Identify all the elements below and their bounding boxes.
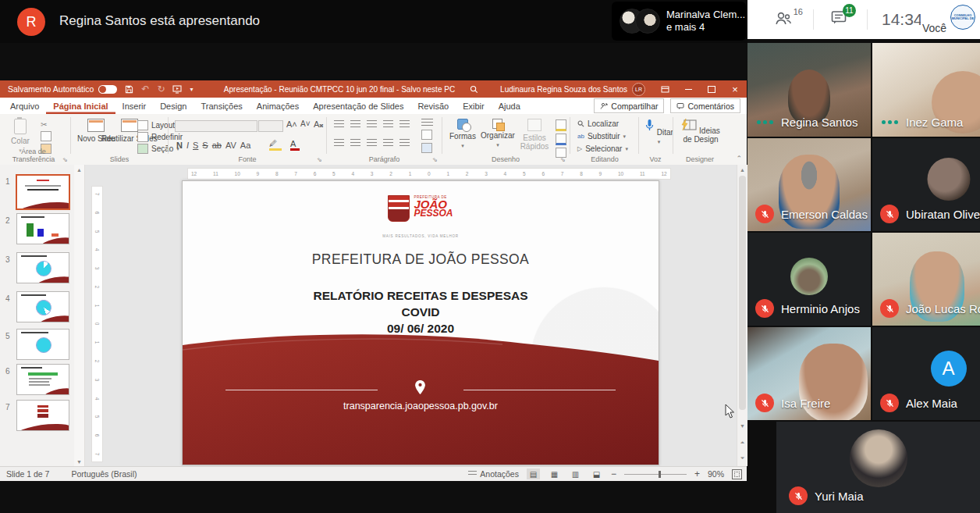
font-dialog-launcher[interactable]: ⇘ <box>317 156 322 163</box>
ribbon-tab[interactable]: Design <box>153 98 194 114</box>
chat-button[interactable]: 11 <box>831 10 848 29</box>
window-close-button[interactable]: × <box>723 80 747 98</box>
language-indicator[interactable]: Português (Brasil) <box>71 469 137 479</box>
participant-tile[interactable]: Yuri Maia <box>776 422 980 513</box>
ribbon-tab[interactable]: Exibir <box>456 98 492 114</box>
participant-tile[interactable]: Inez Gama <box>872 43 980 137</box>
redo-button[interactable]: ↻ <box>157 84 165 94</box>
font-style-button[interactable]: ab <box>212 141 222 150</box>
slide-thumbnail-5[interactable] <box>16 329 69 360</box>
drawing-dialog-launcher[interactable]: ⇘ <box>560 156 566 163</box>
arrange-button[interactable]: Organizar▾ <box>481 119 515 149</box>
dictate-button[interactable]: Ditar▾ <box>644 119 673 146</box>
increase-indent-icon[interactable] <box>383 120 393 128</box>
font-name-select[interactable] <box>175 120 257 132</box>
slideshow-view-button[interactable]: ⬓ <box>590 468 603 479</box>
save-button[interactable] <box>125 85 133 94</box>
ribbon-tab[interactable]: Inserir <box>115 98 154 114</box>
window-restore-button[interactable] <box>700 80 723 98</box>
previous-slide-button[interactable]: ⏶ <box>737 438 747 447</box>
account-name[interactable]: Ludinaura Regina Souza dos Santos <box>500 85 627 94</box>
ribbon-tab[interactable]: Ajuda <box>492 98 527 114</box>
font-size-select[interactable] <box>258 120 283 132</box>
participants-button[interactable]: 16 <box>774 9 793 30</box>
align-center-icon[interactable] <box>350 139 360 147</box>
notes-button[interactable]: Anotações <box>468 469 519 479</box>
self-view-tile[interactable]: CONSELHO MUNICIPAL DE Você <box>921 0 980 39</box>
slide-thumbnail-6[interactable] <box>16 364 69 395</box>
font-style-button[interactable]: I <box>186 141 189 150</box>
copy-icon[interactable] <box>41 131 51 141</box>
slide-thumbnail-2[interactable] <box>16 213 69 244</box>
font-style-button[interactable]: S <box>202 141 208 150</box>
font-style-button[interactable]: AV <box>225 141 236 150</box>
justify-icon[interactable] <box>383 139 393 147</box>
collapse-ribbon-button[interactable]: ⌃ <box>736 155 742 162</box>
font-color-button[interactable]: A <box>290 139 300 151</box>
ribbon-tab[interactable]: Apresentação de Slides <box>306 98 410 114</box>
ribbon-tab[interactable]: Animações <box>250 98 306 114</box>
ribbon-tab[interactable]: Página Inicial <box>46 98 115 114</box>
participant-tile[interactable]: Ubiratan Oliveira <box>872 138 980 231</box>
zoom-slider[interactable] <box>624 474 687 475</box>
zoom-slider-thumb[interactable] <box>659 471 661 478</box>
clipboard-dialog-launcher[interactable]: ⇘ <box>62 156 68 163</box>
bullets-icon[interactable] <box>334 120 344 128</box>
align-text-icon[interactable] <box>421 130 432 140</box>
comments-button[interactable]: Comentários <box>670 98 740 113</box>
start-slideshow-button[interactable] <box>172 85 182 94</box>
normal-view-button[interactable]: ▤ <box>527 468 540 479</box>
editor-scrollbar[interactable]: ▲ ▼ ⏶ ⏷ <box>737 165 747 466</box>
ribbon-display-button[interactable] <box>653 80 676 98</box>
decrease-indent-icon[interactable] <box>367 120 377 128</box>
replace-button[interactable]: ab Substituir▾ <box>577 131 628 141</box>
find-button[interactable]: Localizar <box>577 119 628 129</box>
ribbon-tab[interactable]: Transições <box>194 98 249 114</box>
quick-styles-button[interactable]: Estilos Rápidos <box>517 119 552 151</box>
shape-fill-icon[interactable] <box>556 119 566 131</box>
zoom-level[interactable]: 90% <box>708 469 724 479</box>
shape-outline-icon[interactable] <box>556 134 566 145</box>
shapes-button[interactable]: Formas▾ <box>449 119 476 150</box>
next-slide-button[interactable]: ⏷ <box>737 454 747 463</box>
autosave-toggle[interactable] <box>98 85 117 94</box>
numbering-icon[interactable] <box>350 120 360 128</box>
grow-font-button[interactable]: A˄ <box>286 119 297 129</box>
participant-tile[interactable]: Isa Freire <box>747 327 871 420</box>
zoom-in-button[interactable]: + <box>694 468 700 479</box>
qat-customize-button[interactable]: ▾ <box>190 86 193 93</box>
more-participants-pill[interactable]: Marinalva Clem... e mais 4 <box>612 2 746 41</box>
fit-slide-button[interactable] <box>732 469 742 479</box>
highlight-color-button[interactable]: 🖉 <box>269 139 282 151</box>
participant-tile[interactable]: Herminio Anjos <box>747 233 871 326</box>
paragraph-dialog-launcher[interactable]: ⇘ <box>432 156 438 163</box>
thumbnail-scrollbar[interactable]: ▲ ▼ <box>74 165 85 466</box>
slide-thumbnail-3[interactable] <box>16 252 69 283</box>
slide-thumbnail-4[interactable] <box>16 291 69 322</box>
font-style-button[interactable]: N <box>176 141 183 150</box>
slide-canvas[interactable]: PREFEITURA DE JOÃO PESSOA MAIS RESULTADO… <box>182 180 659 465</box>
reading-view-button[interactable]: ▥ <box>569 468 582 479</box>
ribbon-tab[interactable]: Arquivo <box>3 98 46 114</box>
select-button[interactable]: ▷ Selecionar▾ <box>577 144 628 154</box>
slide-sorter-view-button[interactable]: ▦ <box>548 468 561 479</box>
align-right-icon[interactable] <box>367 139 377 147</box>
smartart-convert-icon[interactable] <box>421 143 432 153</box>
slide-thumbnail-7[interactable] <box>16 400 69 431</box>
columns-icon[interactable] <box>399 139 410 147</box>
undo-button[interactable]: ↶ <box>141 84 149 94</box>
participant-tile[interactable]: Emerson Caldas ... <box>747 138 871 231</box>
search-icon[interactable] <box>470 85 478 94</box>
account-avatar[interactable]: LR <box>632 83 645 96</box>
participant-tile[interactable]: A Alex Maia <box>872 327 980 420</box>
window-minimize-button[interactable] <box>676 80 700 98</box>
font-style-button[interactable]: Aa <box>240 141 250 150</box>
participant-tile[interactable]: Regina Santos <box>747 43 871 137</box>
font-style-button[interactable]: S <box>193 141 198 150</box>
line-spacing-icon[interactable] <box>399 120 410 128</box>
zoom-out-button[interactable]: − <box>611 468 616 479</box>
align-left-icon[interactable] <box>334 139 344 147</box>
participant-tile[interactable]: João Lucas Roc <box>872 233 980 326</box>
shrink-font-button[interactable]: A˅ <box>300 119 311 128</box>
cut-icon[interactable]: ✂ <box>41 120 50 129</box>
